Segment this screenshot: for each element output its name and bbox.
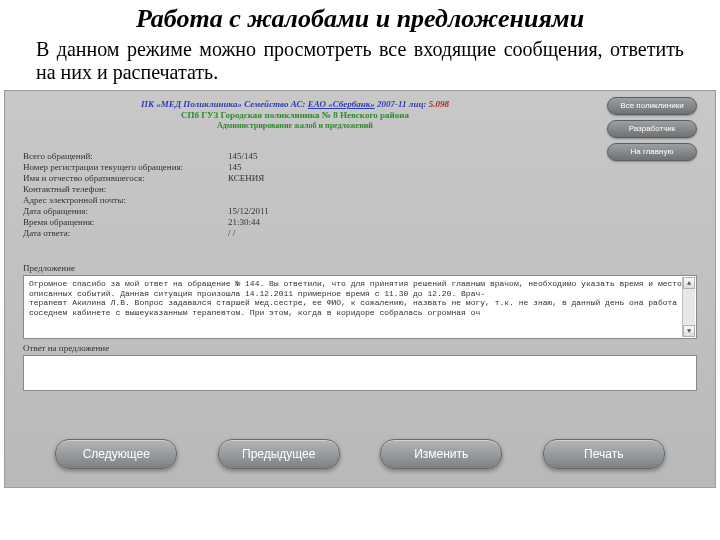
field-label: Номер регистрации текущего обращения: bbox=[23, 162, 228, 172]
message-textarea[interactable]: Огромное спасибо за мой ответ на обращен… bbox=[23, 275, 697, 339]
header-line3: Администрирование жалоб и предложений bbox=[95, 121, 495, 130]
header-line1-lic: 5.098 bbox=[429, 99, 449, 109]
field-label: Дата ответа: bbox=[23, 228, 228, 238]
developer-button[interactable]: Разработчик bbox=[607, 120, 697, 138]
header-line1-quoted: ЕАО «Сбербанк» bbox=[308, 99, 375, 109]
header-line2: СПб ГУЗ Городская поликлиника № 8 Невско… bbox=[95, 110, 495, 120]
field-value: 145/145 bbox=[228, 151, 258, 161]
page-title: Работа с жалобами и предложениями bbox=[0, 0, 720, 36]
field-label: Контактный телефон: bbox=[23, 184, 228, 194]
app-header: ПК «МЕД Поликлиника» Семейство АС: ЕАО «… bbox=[95, 99, 495, 130]
home-button[interactable]: На главную bbox=[607, 143, 697, 161]
field-label: Адрес электронной почты: bbox=[23, 195, 228, 205]
print-button[interactable]: Печать bbox=[543, 439, 665, 469]
message-text: Огромное спасибо за мой ответ на обращен… bbox=[29, 279, 692, 317]
next-button[interactable]: Следующее bbox=[55, 439, 177, 469]
field-value: КСЕНИЯ bbox=[228, 173, 264, 183]
bottom-buttons: Следующее Предыдущее Изменить Печать bbox=[5, 439, 715, 469]
scroll-up-icon[interactable]: ▲ bbox=[683, 277, 695, 289]
field-label: Всего обращений: bbox=[23, 151, 228, 161]
field-label: Время обращения: bbox=[23, 217, 228, 227]
field-value: 15/12/2011 bbox=[228, 206, 269, 216]
app-window: ПК «МЕД Поликлиника» Семейство АС: ЕАО «… bbox=[4, 90, 716, 488]
field-label: Дата обращения: bbox=[23, 206, 228, 216]
message-label: Предложение bbox=[23, 263, 75, 273]
field-value: 21:30:44 bbox=[228, 217, 260, 227]
edit-button[interactable]: Изменить bbox=[380, 439, 502, 469]
all-clinics-button[interactable]: Все поликлиники bbox=[607, 97, 697, 115]
intro-text: В данном режиме можно просмотреть все вх… bbox=[0, 36, 720, 90]
field-label: Имя и отчество обратившегося: bbox=[23, 173, 228, 183]
header-line1-prefix: ПК «МЕД Поликлиника» Семейство АС: bbox=[141, 99, 308, 109]
field-value: 145 bbox=[228, 162, 242, 172]
reply-textarea[interactable] bbox=[23, 355, 697, 391]
header-line1-suffix: 2007-11 лиц: bbox=[375, 99, 429, 109]
prev-button[interactable]: Предыдущее bbox=[218, 439, 340, 469]
top-buttons: Все поликлиники Разработчик На главную bbox=[607, 97, 697, 166]
scrollbar[interactable]: ▲ ▼ bbox=[682, 277, 695, 337]
scroll-down-icon[interactable]: ▼ bbox=[683, 325, 695, 337]
reply-label: Ответ на предложение bbox=[23, 343, 109, 353]
field-value: / / bbox=[228, 228, 235, 238]
fields-block: Всего обращений:145/145 Номер регистраци… bbox=[23, 151, 583, 239]
